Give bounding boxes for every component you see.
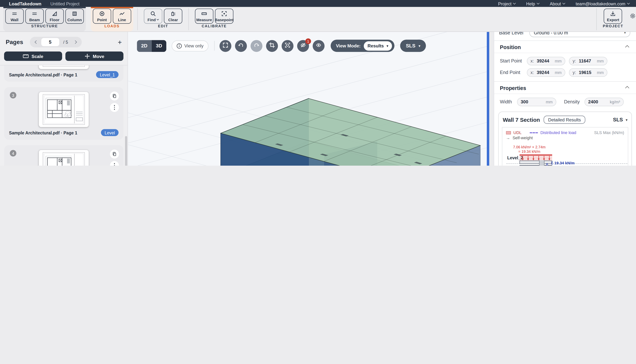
- ruler-icon: [23, 54, 29, 58]
- view-mode-control: View Mode: Results▾: [331, 40, 394, 52]
- find-button[interactable]: Find: [144, 8, 162, 24]
- toolbar-separator: [596, 8, 596, 30]
- group-label-structure: STRUCTURE: [31, 24, 58, 28]
- export-button[interactable]: Export: [604, 8, 622, 24]
- beam-button[interactable]: Beam: [25, 8, 44, 24]
- toggle-2d[interactable]: 2D: [137, 40, 152, 52]
- duplicate-page-button[interactable]: [110, 150, 119, 158]
- top-menu-bar: LoadTakedown Untitled Project ProjectHel…: [0, 0, 636, 7]
- page-pager: 5 / 5: [30, 37, 82, 48]
- line-button[interactable]: Line: [113, 8, 131, 24]
- density-input[interactable]: 2400kg/m³: [584, 98, 624, 106]
- project-title[interactable]: Untitled Project: [50, 1, 80, 6]
- width-input[interactable]: 300mm: [517, 98, 556, 106]
- line-icon: [119, 10, 125, 16]
- hidden-items-button[interactable]: 1: [297, 40, 309, 52]
- group-label-edit: EDIT: [158, 24, 168, 28]
- level-tag-badge[interactable]: Level_1: [96, 71, 118, 78]
- kebab-icon: [114, 163, 115, 166]
- settings-gear-icon[interactable]: [630, 13, 636, 21]
- measure-icon: [201, 10, 207, 16]
- redo-icon: [253, 42, 260, 50]
- 2d-3d-toggle[interactable]: 2D 3D: [137, 40, 166, 52]
- move-button[interactable]: Move: [66, 52, 124, 61]
- level-tag-badge[interactable]: Level: [101, 129, 119, 136]
- visibility-button[interactable]: [312, 40, 324, 52]
- page-menu-button[interactable]: [110, 161, 119, 166]
- position-section-header[interactable]: Position: [494, 41, 636, 51]
- panel-resize-handle[interactable]: [487, 32, 489, 166]
- page-number-input[interactable]: 5: [41, 38, 59, 46]
- kebab-icon: [114, 105, 115, 110]
- view-mode-select[interactable]: Results▾: [364, 41, 392, 50]
- menu-project[interactable]: Project: [498, 1, 516, 6]
- move-icon: [84, 54, 90, 59]
- inspector-panel: Base Level Ground - 0.00 m▾ Position Sta…: [494, 32, 636, 166]
- page-thumbnail[interactable]: [39, 66, 89, 69]
- duplicate-page-button[interactable]: [110, 92, 119, 100]
- clear-button[interactable]: Clear: [164, 8, 182, 24]
- group-label-project: PROJECT: [603, 24, 623, 28]
- prev-page-button[interactable]: [32, 38, 40, 46]
- group-label-loads: LOADS: [104, 24, 120, 28]
- isolate-button[interactable]: [282, 40, 294, 52]
- page-thumbnail[interactable]: [39, 150, 89, 166]
- page-menu-button[interactable]: [110, 103, 119, 112]
- start-y-input[interactable]: y:11647mm: [569, 56, 607, 65]
- scale-button[interactable]: Scale: [4, 52, 62, 61]
- menu-about[interactable]: About: [550, 1, 565, 6]
- find-icon: [150, 10, 156, 16]
- menu-team-loadtakedown-com[interactable]: team@loadtakedown.com: [576, 1, 630, 6]
- next-page-button[interactable]: [72, 38, 80, 46]
- basepoint-button[interactable]: Basepoint: [215, 8, 234, 24]
- measure-button[interactable]: Measure: [195, 8, 213, 24]
- end-x-input[interactable]: x:39244mm: [527, 68, 565, 76]
- takedown-diagram: Level_216.00 m2.74 m 7.06 kN/m² × 2.74m=…: [506, 142, 631, 166]
- wall-button[interactable]: Wall: [6, 8, 24, 24]
- toolbar-group-project: ExportPROJECT: [601, 7, 625, 32]
- collapse-icon: [625, 86, 629, 90]
- detailed-results-button[interactable]: Detailed Results: [544, 116, 585, 124]
- page-card-4[interactable]: 4 Sample Architectural.pdf · Page 2 Firs…: [4, 145, 124, 166]
- start-x-input[interactable]: x:39244mm: [527, 56, 565, 65]
- chevron-down-icon: ▾: [418, 44, 420, 48]
- page-number-badge: 3: [10, 92, 16, 98]
- crop-button[interactable]: [266, 40, 278, 52]
- building-3d-view[interactable]: [128, 32, 489, 166]
- eyeoff-icon: [300, 42, 306, 50]
- group-accent: [3, 7, 86, 8]
- distributed-line-swatch: [530, 132, 538, 133]
- wall-section-title: Wall 7 Section: [503, 117, 540, 123]
- page-number-badge: 4: [10, 150, 16, 156]
- menu-help[interactable]: Help: [526, 1, 539, 6]
- pages-sidebar: Pages 5 / 5 + Scale Move: [0, 32, 128, 166]
- floor-button[interactable]: Floor: [46, 8, 64, 24]
- section-load-case-select[interactable]: SLS▾: [613, 117, 628, 123]
- view-only-badge[interactable]: View only: [172, 40, 208, 51]
- eye-icon: [316, 42, 322, 50]
- add-page-button[interactable]: +: [118, 39, 122, 46]
- expand-icon: [222, 42, 228, 50]
- toolbar-divider: [214, 41, 214, 51]
- page-card[interactable]: Sample Architectural.pdf · Page 1 Level_…: [4, 66, 124, 82]
- column-button[interactable]: Column: [66, 8, 84, 24]
- point-button[interactable]: Point: [93, 8, 111, 24]
- fullscreen-button[interactable]: [220, 40, 231, 52]
- properties-row: Width 300mm Density 2400kg/m³: [494, 96, 636, 108]
- sidebar-scrollbar[interactable]: [125, 136, 127, 166]
- model-canvas[interactable]: LL: 10.0 kN/mPL: 10.0 kN20.00 kNR 6.27 k…: [128, 32, 489, 166]
- base-level-select[interactable]: Ground - 0.00 m▾: [529, 32, 630, 37]
- toolbar-group-calibrate: MeasureBasepointCALIBRATE: [193, 7, 236, 32]
- canvas-buttons: 1: [220, 40, 328, 52]
- redo-button[interactable]: [250, 40, 262, 52]
- end-y-input[interactable]: y:19615mm: [569, 68, 607, 76]
- scan-icon: [284, 42, 290, 50]
- page-card-3[interactable]: 3 Sample Architectural.pdf · Page 1 Leve…: [4, 87, 124, 140]
- properties-section-header[interactable]: Properties: [494, 82, 636, 92]
- canvas-toolbar: 2D 3D View only 1 View Mode: Results▾ SL…: [137, 40, 426, 52]
- chevron-down-icon: ▾: [386, 44, 388, 48]
- load-case-select[interactable]: SLS▾: [400, 40, 426, 52]
- undo-button[interactable]: [235, 40, 247, 52]
- page-thumbnail[interactable]: [39, 92, 89, 127]
- toggle-3d[interactable]: 3D: [152, 40, 166, 52]
